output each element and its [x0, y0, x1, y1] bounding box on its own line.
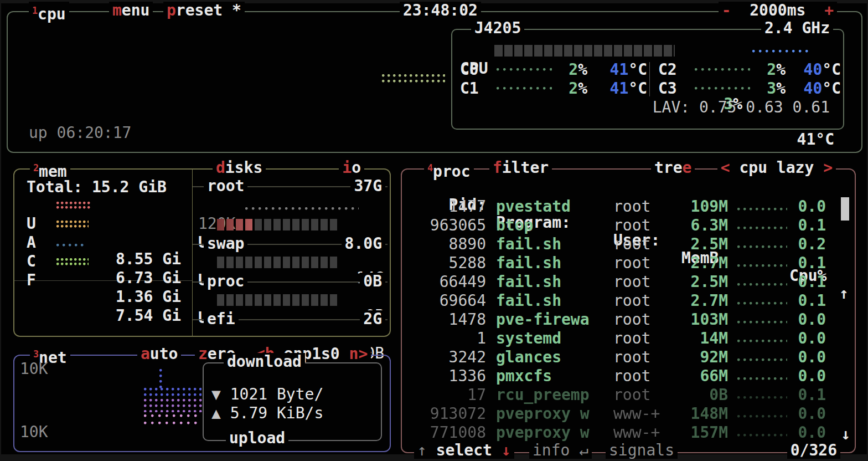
core-graph	[497, 87, 552, 91]
proc-user: root	[613, 329, 650, 348]
proc-user: root	[613, 197, 650, 216]
proc-cpu: 0.0	[784, 310, 826, 329]
proc-row[interactable]: 1336pmxcfsroot66M0.0	[402, 367, 840, 386]
proc-pid: 1	[402, 329, 486, 348]
disk-swap-meter	[217, 257, 338, 268]
proc-cpu-graph	[737, 264, 787, 269]
cpu-detail-box: J4205 2.4 GHz CPU 3% 41°C C0 2% 41°C C2 …	[451, 29, 844, 130]
proc-cpu-graph	[737, 283, 787, 288]
upload-arrow-icon: ▲	[211, 404, 221, 422]
proc-cpu: 0.0	[784, 423, 826, 442]
proc-program: pve-firewa	[496, 310, 590, 329]
core-label: C3	[658, 80, 677, 98]
proc-pid: 3242	[402, 348, 486, 367]
proc-cpu-graph	[737, 227, 787, 231]
cpu-box: 1cpu menu preset * 23:48:02 - 2000ms + u…	[7, 11, 862, 153]
tree-toggle[interactable]: tree	[651, 159, 695, 177]
core-graph	[497, 68, 552, 73]
preset-button[interactable]: preset *	[163, 2, 245, 19]
net-download-graph	[144, 388, 202, 398]
terminal-background: 1cpu menu preset * 23:48:02 - 2000ms + u…	[1, 3, 867, 454]
proc-pid: 913072	[402, 404, 486, 423]
proc-pid: 1477	[402, 197, 486, 216]
select-up-icon[interactable]: ↑	[417, 441, 427, 459]
proc-cpu-graph	[737, 321, 787, 325]
proc-mem: 2.5M	[681, 273, 728, 291]
proc-cpu-graph	[737, 245, 787, 250]
core-graph	[695, 68, 750, 73]
disk-efi-title: efi 2G	[193, 310, 390, 328]
mem-total: Total: 15.2 GiB	[27, 178, 167, 196]
disk-proc-meter	[217, 294, 338, 306]
tab-proc[interactable]: 4proc	[424, 159, 474, 181]
proc-row[interactable]: 771008pveproxy wwww-+157M0.0	[402, 423, 840, 442]
clock: 23:48:02	[400, 2, 481, 19]
proc-user: root	[613, 367, 650, 386]
proc-row[interactable]: 69664fail.shroot2.7M0.1	[402, 291, 840, 310]
proc-pid: 1336	[402, 367, 486, 386]
interval-increase-button[interactable]: +	[824, 1, 834, 19]
proc-row[interactable]: 3242glancesroot92M0.0	[402, 348, 840, 367]
select-control[interactable]: ↑ select ↓	[414, 442, 514, 459]
scroll-up-icon[interactable]: ↑	[839, 285, 849, 303]
info-control[interactable]: info ↵	[529, 442, 592, 459]
proc-user: root	[613, 254, 650, 273]
proc-row[interactable]: 17rcu_preemproot0B0.1	[402, 386, 840, 404]
net-hotkey: 3	[33, 349, 39, 360]
scroll-down-icon[interactable]: ↓	[841, 426, 850, 443]
tab-cpu[interactable]: 1cpu	[29, 2, 69, 23]
proc-cpu-graph	[737, 434, 787, 438]
proc-row[interactable]: 5288fail.shroot2.7M0.1	[402, 254, 840, 273]
select-down-icon[interactable]: ↓	[502, 441, 511, 459]
update-interval: - 2000ms +	[719, 2, 837, 19]
net-auto-toggle[interactable]: auto	[137, 345, 181, 363]
cpu-total-meter	[494, 45, 675, 57]
proc-row[interactable]: 1478pve-firewaroot103M0.0	[402, 310, 840, 329]
download-rate: ▼ 1021 Byte/	[211, 386, 323, 403]
proc-user: root	[613, 235, 650, 254]
sort-next-button[interactable]: >	[823, 158, 833, 177]
upload-label: upload	[226, 430, 288, 447]
net-box: 3net auto zero <b enp1s0 n> 10K 10K down…	[13, 355, 391, 452]
proc-program: fail.sh	[496, 273, 561, 291]
net-upload-graph	[144, 399, 204, 412]
net-info-box: download ▼ 1021 Byte/ ▲ 5.79 KiB/s uploa…	[203, 362, 382, 441]
proc-cpu: 0.0	[784, 197, 826, 216]
core-graph	[695, 87, 750, 91]
proc-program: pveproxy w	[496, 404, 590, 423]
proc-hotkey: 4	[427, 162, 433, 173]
mem-disks-box: 2mem disks io Total: 15.2 GiB U 8.55 Gi …	[13, 168, 391, 337]
filter-button[interactable]: filter	[489, 159, 552, 177]
mem-hotkey: 2	[33, 162, 39, 173]
sort-prev-button[interactable]: <	[721, 158, 730, 177]
proc-user: www-+	[613, 404, 660, 423]
menu-button[interactable]: menu	[109, 2, 153, 19]
proc-mem: 14M	[681, 329, 728, 348]
proc-row[interactable]: 1477pvestatdroot109M0.0	[402, 197, 840, 216]
proc-row[interactable]: 66449fail.shroot2.5M0.1	[402, 273, 840, 291]
cpu-temp-graph	[752, 50, 810, 54]
proc-program: fail.sh	[496, 254, 561, 273]
disk-proc-title: proc 0B	[193, 273, 390, 290]
next-interface-button[interactable]: n>	[340, 345, 368, 363]
proc-pid: 771008	[402, 423, 486, 442]
proc-row[interactable]: 8890fail.shroot2.5M0.2	[402, 235, 840, 254]
proc-row[interactable]: 963065btoproot6.3M0.1	[402, 216, 840, 235]
interval-decrease-button[interactable]: -	[722, 1, 731, 19]
interval-value: 2000ms	[750, 1, 805, 19]
mem-used-graph	[56, 202, 91, 211]
proc-mem: 66M	[681, 367, 728, 386]
proc-cpu: 0.1	[784, 291, 826, 310]
disk-root-title: root 37G	[193, 177, 390, 195]
proc-scrollbar[interactable]	[841, 197, 849, 221]
proc-cpu-graph	[737, 340, 787, 344]
proc-cpu: 0.1	[784, 254, 826, 273]
proc-mem: 6.3M	[681, 216, 728, 235]
mem-free-graph	[56, 258, 89, 267]
signals-control[interactable]: signals	[606, 442, 678, 459]
proc-row[interactable]: 913072pveproxy wwww-+148M0.0	[402, 404, 840, 423]
disk-root-used-row: U 14G	[193, 216, 390, 234]
proc-row[interactable]: 1systemdroot14M0.0	[402, 329, 840, 348]
enter-icon: ↵	[579, 441, 588, 459]
proc-user: www-+	[613, 423, 660, 442]
